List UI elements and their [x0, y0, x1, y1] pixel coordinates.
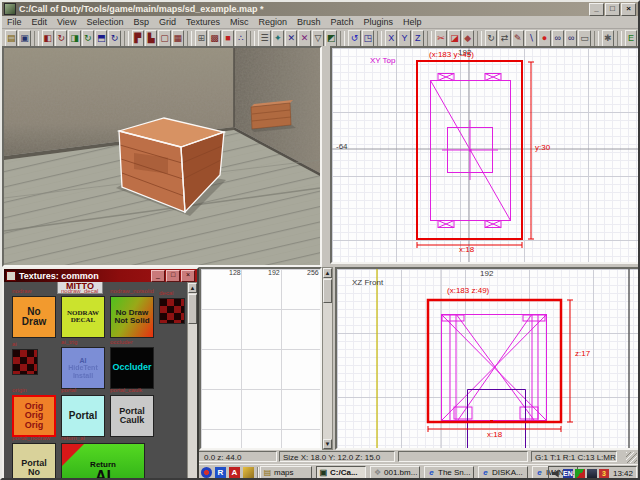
taskbar-button-diska-[interactable]: eDISKA...: [478, 466, 528, 479]
rotate-z-button[interactable]: ↻: [108, 30, 120, 47]
console-button[interactable]: ☰: [258, 30, 270, 47]
open-button[interactable]: ▤: [5, 30, 17, 47]
flip-x-button[interactable]: ◧: [42, 30, 54, 47]
menu-brush[interactable]: Brush: [292, 17, 326, 27]
quicklaunch-player-icon[interactable]: [201, 467, 212, 478]
menu-file[interactable]: File: [2, 17, 27, 27]
texture-tile-portal-nodraw[interactable]: PortalNoDraw: [12, 443, 56, 480]
maximize-button[interactable]: □: [605, 3, 620, 16]
menu-plugins[interactable]: Plugins: [359, 17, 399, 27]
csg-subtract-button[interactable]: ▛: [132, 30, 144, 47]
pencil-button[interactable]: ✎: [512, 30, 524, 47]
close-button[interactable]: ×: [621, 3, 636, 16]
title-bar[interactable]: C:/Call of Duty/Tools/game/main/maps/sd_…: [2, 2, 638, 16]
menu-grid[interactable]: Grid: [154, 17, 181, 27]
texture-tile-nodraw[interactable]: NoDraw: [12, 296, 56, 338]
textures-minimize-button[interactable]: _: [151, 270, 165, 282]
minimize-button[interactable]: _: [589, 3, 604, 16]
find-brush-button[interactable]: ∞: [552, 30, 564, 47]
quicklaunch-brush-icon[interactable]: [243, 467, 254, 478]
language-indicator[interactable]: EN: [563, 469, 573, 479]
quicklaunch-real-icon[interactable]: R: [215, 467, 226, 478]
texture-tile-portal-caulk[interactable]: PortalCaulk: [110, 395, 154, 437]
textures-scrollbar[interactable]: ▲: [187, 282, 197, 480]
taskbar-button-001-bm-[interactable]: ❖001.bm...: [370, 466, 420, 479]
grid-toggle-button[interactable]: ⊞: [195, 30, 207, 47]
menu-view[interactable]: View: [52, 17, 81, 27]
camera-viewport[interactable]: [2, 46, 322, 267]
swap-button[interactable]: ⇄: [498, 30, 510, 47]
taskbar-button-the-sn-[interactable]: eThe Sn...: [424, 466, 474, 479]
resize-grip[interactable]: [626, 452, 637, 463]
clipper-scissors-button[interactable]: ✂: [435, 30, 447, 47]
find-texture-button[interactable]: ∞: [565, 30, 577, 47]
xy-viewport[interactable]: XY Top 192 (x:183 y:-45) -64 y:30 x:18: [330, 46, 640, 264]
menu-region[interactable]: Region: [253, 17, 292, 27]
textures-scroll-thumb[interactable]: [188, 294, 197, 324]
scroll-thumb[interactable]: [323, 279, 332, 303]
menu-misc[interactable]: Misc: [225, 17, 254, 27]
view-cycle-button[interactable]: ↺: [348, 30, 360, 47]
flip-y-button[interactable]: ◨: [68, 30, 80, 47]
scroll-down-icon[interactable]: ▼: [323, 439, 332, 449]
menu-textures[interactable]: Textures: [181, 17, 225, 27]
popup-window-button[interactable]: ◳: [362, 30, 374, 47]
menu-selection[interactable]: Selection: [81, 17, 128, 27]
quicklaunch-acrobat-icon[interactable]: A: [229, 467, 240, 478]
taskbar-button-maps[interactable]: ▤maps: [260, 466, 312, 479]
entity-list-button[interactable]: ✦: [272, 30, 284, 47]
side-ruler-256: 256: [307, 269, 319, 276]
scroll-up-icon[interactable]: ▲: [323, 268, 332, 278]
menu-help[interactable]: Help: [398, 17, 427, 27]
axis-z-button[interactable]: Z: [412, 30, 424, 47]
region-box-button[interactable]: ▭: [578, 30, 590, 47]
make-room-button[interactable]: ▦: [172, 30, 184, 47]
textures-close-button[interactable]: ×: [181, 270, 195, 282]
taskbar-button-c-ca-[interactable]: ▣C:/Ca...: [316, 466, 366, 479]
patch-diamond-button[interactable]: ◆: [462, 30, 474, 47]
xz-viewport[interactable]: XZ Front 192 (x:183 z:49) z:17 x:18: [335, 267, 640, 450]
texture-tile-ai-return[interactable]: ReturnAI: [61, 443, 145, 480]
cubic-clip-button[interactable]: ◩: [325, 30, 337, 47]
textures-scroll-up-icon[interactable]: ▲: [188, 283, 197, 293]
entity-e-button[interactable]: E: [625, 30, 637, 47]
texture-tile-ai-blue[interactable]: AIHideTentInstall: [61, 347, 105, 389]
cross-purple-button[interactable]: ✕: [298, 30, 310, 47]
save-button[interactable]: ▣: [18, 30, 30, 47]
menu-patch[interactable]: Patch: [326, 17, 359, 27]
textures-title-bar[interactable]: Textures: common _ □ ×: [4, 269, 197, 282]
texture-tile-occluder[interactable]: Occluder: [110, 347, 154, 389]
vertex-mode-button[interactable]: ∴: [235, 30, 247, 47]
menu-edit[interactable]: Edit: [27, 17, 53, 27]
red-dot-button[interactable]: ●: [538, 30, 550, 47]
csg-merge-button[interactable]: ▙: [145, 30, 157, 47]
tray-app1-icon[interactable]: [575, 469, 585, 479]
cross-blue-button[interactable]: ✕: [285, 30, 297, 47]
clip-select-button[interactable]: ◪: [448, 30, 460, 47]
flip-z-button[interactable]: ⬒: [95, 30, 107, 47]
texture-tile-checker-red[interactable]: [12, 349, 38, 375]
tray-app3-icon[interactable]: 3: [599, 469, 609, 479]
xz-scrollbar[interactable]: ▲ ▼: [322, 267, 333, 450]
menu-bsp[interactable]: Bsp: [128, 17, 154, 27]
backslash-button[interactable]: ∖: [525, 30, 537, 47]
texture-tile-nodraw-notsolid[interactable]: No DrawNot Solid: [110, 296, 154, 338]
texture-tile-nodraw-decal[interactable]: NODRAWDECAL: [61, 296, 105, 338]
side-viewport[interactable]: 128 192 256: [199, 267, 322, 450]
texture-lock-button[interactable]: ▩: [208, 30, 220, 47]
rotate-x-button[interactable]: ↻: [55, 30, 67, 47]
texture-tile-origin[interactable]: OrigOrigOrig: [12, 395, 56, 437]
axis-x-button[interactable]: X: [385, 30, 397, 47]
spin-button[interactable]: ↻: [485, 30, 497, 47]
rotate-y-button[interactable]: ↻: [82, 30, 94, 47]
volume-icon[interactable]: [552, 469, 561, 478]
filter-button[interactable]: ▽: [312, 30, 324, 47]
hollow-button[interactable]: ▢: [158, 30, 170, 47]
axis-y-button[interactable]: Y: [398, 30, 410, 47]
tray-app2-icon[interactable]: [587, 469, 597, 479]
caulk-button[interactable]: ■: [222, 30, 234, 47]
textures-maximize-button[interactable]: □: [166, 270, 180, 282]
star-button[interactable]: ✱: [602, 30, 614, 47]
texture-tile-decal-red[interactable]: [159, 298, 185, 324]
texture-tile-portal[interactable]: Portal: [61, 395, 105, 437]
